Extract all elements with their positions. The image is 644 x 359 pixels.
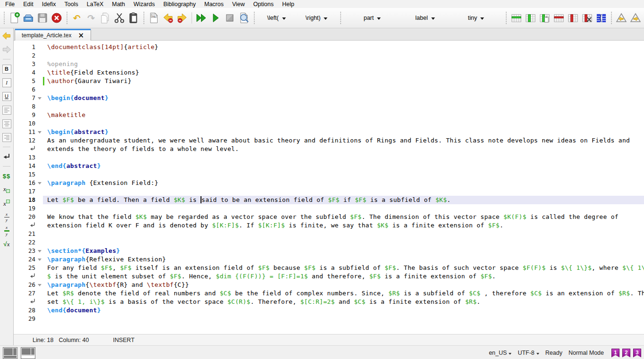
display-fraction-button[interactable]: xy [1,225,12,236]
square-root-button[interactable]: √x [1,239,12,250]
code-line[interactable]: Let $F$ be a field. Then a field $K$ is … [43,196,644,204]
code-line[interactable] [43,170,644,179]
bookmark-2-button[interactable]: 2 [622,349,630,358]
code-line[interactable]: Let $R$ denote the field of real numbers… [43,289,644,298]
bold-button[interactable]: B [1,63,12,75]
dropdown-sectioning[interactable]: part [344,12,400,24]
menu-item-view[interactable]: View [228,0,249,8]
fold-marker[interactable] [36,247,43,255]
menu-item-options[interactable]: Options [249,0,278,8]
open-button[interactable] [22,11,35,25]
menu-item-tools[interactable]: Tools [60,0,83,8]
code-line[interactable]: \end{document} [43,306,644,315]
dropdown-reference[interactable]: label [402,12,448,24]
code-line[interactable]: \title{Field Extensions} [43,68,644,77]
layout-toggle-structure[interactable] [3,347,17,359]
dropdown-right-delimiter[interactable]: \right) [297,12,336,24]
fold-marker[interactable] [36,281,43,289]
code-line[interactable] [43,315,644,323]
tab-template-article[interactable]: template_Article.tex × [15,29,91,41]
code-line[interactable]: \author{Gaurav Tiwari} [43,77,644,85]
fraction-button[interactable]: xy [1,211,12,223]
align-center-button[interactable] [1,118,12,129]
layout-toggle-messages[interactable] [21,347,35,359]
fold-marker[interactable] [36,128,43,136]
editor[interactable]: 1\documentclass[14pt]{article}23%opening… [14,41,644,334]
code-line[interactable]: \documentclass[14pt]{article} [43,43,644,51]
align-left-button[interactable] [1,104,12,116]
table-delete-row-button[interactable] [552,11,565,25]
menu-item-math[interactable]: Math [108,0,129,8]
run-button[interactable] [209,11,222,25]
paste-button[interactable] [127,11,140,25]
table-delete-column-button[interactable] [566,11,579,25]
code-line[interactable] [43,51,644,60]
code-line[interactable]: For any field $F$, $F$ itself is an exte… [43,264,644,272]
bookmark-1-button[interactable]: 1 [611,349,619,358]
code-line[interactable]: $ is the unit element subset of $F$. Hen… [43,272,644,281]
menu-item-bibliography[interactable]: Bibliography [159,0,200,8]
menu-item-macros[interactable]: Macros [200,0,228,8]
redo-button[interactable]: ↷ [84,11,98,25]
code-line[interactable] [43,238,644,247]
table-add-column-button[interactable] [524,11,537,25]
code-line[interactable] [43,102,644,111]
cut-button[interactable] [113,11,126,25]
save-button[interactable] [36,11,49,25]
code-line[interactable]: set $\{ 1, i\}$ is a basis of the vector… [43,298,644,306]
code-line[interactable]: \maketitle [43,111,644,119]
next-error-button[interactable] [176,11,189,25]
previous-error-button[interactable] [161,11,175,25]
fold-marker[interactable] [36,255,43,264]
menu-item-idefix[interactable]: Idefix [38,0,60,8]
align-right-button[interactable] [1,132,12,143]
code-line[interactable]: extends the theory of fields to a whole … [43,145,644,153]
back-button[interactable] [1,30,12,42]
fold-marker[interactable] [36,179,43,187]
code-line[interactable]: %opening [43,60,644,68]
table-paste-column-button[interactable] [538,11,551,25]
table-add-row-button[interactable] [510,11,523,25]
code-line[interactable] [43,230,644,238]
code-line[interactable]: We know that the field $K$ may be regard… [43,213,644,221]
code-line[interactable]: \end{abstract} [43,162,644,170]
encoding-select[interactable]: UTF-8 [518,350,539,356]
code-line[interactable]: As an undergraduate student, we were wel… [43,136,644,145]
stop-button[interactable] [223,11,236,25]
new-button[interactable] [8,11,21,25]
code-line[interactable] [43,153,644,162]
code-line[interactable] [43,204,644,213]
subscript-button[interactable]: x [1,184,12,195]
code-line[interactable]: extension field K over F and is denoted … [43,221,644,230]
code-line[interactable]: \paragraph {Extension Field:} [43,179,644,187]
code-line[interactable]: \begin{abstract} [43,128,644,136]
table-merge-button[interactable] [594,11,608,25]
italic-button[interactable]: I [1,77,12,88]
code-line[interactable]: \section*{Examples} [43,247,644,255]
code-line[interactable] [43,119,644,128]
copy-button[interactable] [99,11,112,25]
view-button[interactable] [237,11,251,25]
menu-item-file[interactable]: File [1,0,19,8]
bookmark-3-button[interactable]: 3 [633,349,641,358]
code-line[interactable]: \begin{document} [43,94,644,102]
close-button[interactable] [50,11,63,25]
menu-item-latex[interactable]: LaTeX [83,0,108,8]
newline-button[interactable] [1,151,12,162]
tab-close-icon[interactable]: × [78,32,84,39]
language-select[interactable]: en_US [489,350,511,356]
fold-marker[interactable] [36,94,43,102]
underline-button[interactable]: U [1,91,12,102]
superscript-button[interactable]: x [1,198,12,209]
dropdown-left-delimiter[interactable]: \left( [258,12,295,24]
menu-item-wizards[interactable]: Wizards [129,0,159,8]
code-line[interactable]: \paragraph{Reflexive Extension} [43,255,644,264]
code-line[interactable] [43,85,644,94]
inline-math-button[interactable]: $$ [1,170,12,182]
forward-button[interactable] [1,44,12,55]
table-clean-button[interactable] [580,11,594,25]
menu-item-help[interactable]: Help [278,0,299,8]
code-line[interactable]: \paragraph{\textbf{R} and \textbf{C}} [43,281,644,289]
menu-item-edit[interactable]: Edit [19,0,38,8]
next-marker-button[interactable] [629,11,642,25]
